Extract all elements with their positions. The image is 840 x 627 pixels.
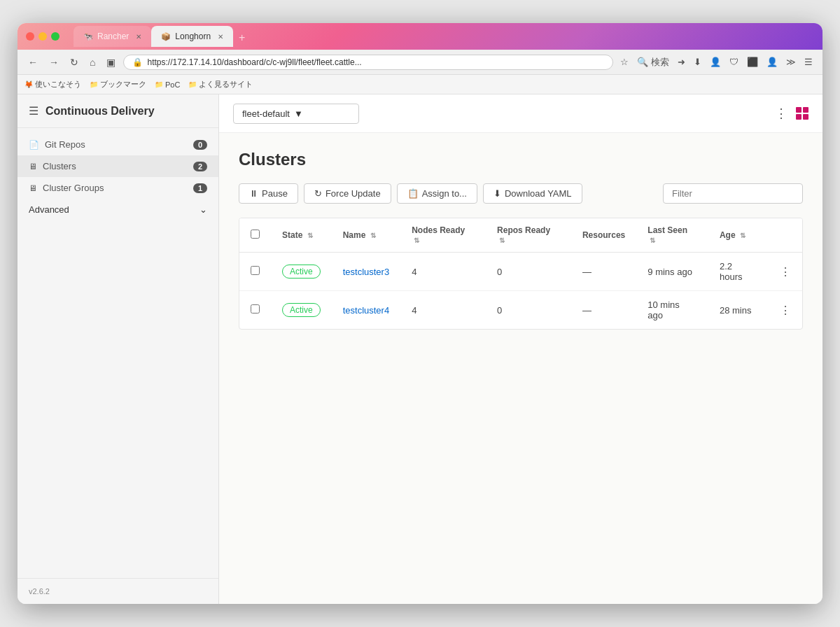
git-repos-badge: 0 [193, 140, 207, 150]
row-actions-cell-0: ⋮ [769, 253, 802, 291]
hamburger-icon[interactable]: ☰ [29, 104, 38, 118]
tabs-bar: 🐄 Rancher ✕ 📦 Longhorn ✕ + [71, 26, 822, 47]
age-col-header[interactable]: Age ⇅ [708, 218, 769, 253]
state-sort-icon: ⇅ [307, 232, 313, 239]
namespace-selector[interactable]: fleet-default ▼ [233, 104, 359, 124]
repos-ready-col-label: Repos Ready [497, 225, 550, 235]
sidebar-item-git-repos[interactable]: 📄 Git Repos 0 [18, 134, 218, 155]
namespace-label: fleet-default [242, 108, 290, 119]
row-checkbox-0[interactable] [251, 266, 260, 275]
cluster-link-1[interactable]: testcluster4 [343, 305, 389, 316]
bookmark-tsukai[interactable]: 🦊 使いこなそう [24, 79, 81, 90]
sidebar-item-cluster-groups[interactable]: 🖥 Cluster Groups 1 [18, 177, 218, 199]
assign-icon: 📋 [407, 188, 419, 199]
sidebar-item-clusters[interactable]: 🖥 Clusters 2 [18, 155, 218, 177]
nodes-ready-col-header[interactable]: Nodes Ready ⇅ [400, 218, 486, 253]
name-cell-0: testcluster3 [332, 253, 400, 291]
nodes-sort-icon: ⇅ [414, 237, 419, 244]
bookmark-yoku[interactable]: 📁 よく見るサイト [188, 79, 253, 90]
grid-cell-3 [796, 114, 802, 120]
git-repos-icon: 📄 [29, 140, 39, 150]
pause-button[interactable]: ⏸ Pause [239, 183, 298, 204]
state-col-label: State [282, 230, 302, 240]
longhorn-tab-label: Longhorn [175, 31, 211, 41]
state-col-header[interactable]: State ⇅ [271, 218, 332, 253]
more-icon[interactable]: ≫ [783, 55, 799, 69]
toolbar: ⏸ Pause ↻ Force Update 📋 Assign to... ⬇ … [239, 183, 803, 204]
git-repos-label: Git Repos [45, 139, 193, 150]
tab-longhorn[interactable]: 📦 Longhorn ✕ [151, 26, 233, 47]
title-bar: 🐄 Rancher ✕ 📦 Longhorn ✕ + [18, 23, 822, 50]
nodes-ready-col-label: Nodes Ready [412, 225, 465, 235]
longhorn-tab-close[interactable]: ✕ [218, 33, 223, 41]
last-seen-sort-icon: ⇅ [650, 237, 655, 244]
name-col-header[interactable]: Name ⇅ [332, 218, 400, 253]
advanced-section[interactable]: Advanced ⌄ [18, 199, 218, 220]
search-icon[interactable]: 🔍 検索 [634, 55, 672, 70]
address-bar[interactable]: 🔒 https://172.17.14.10/dashboard/c/c-wj9… [123, 55, 613, 70]
sidebar-nav: 📄 Git Repos 0 🖥 Clusters 2 🖥 Cluster Gro… [18, 128, 218, 578]
browser-window: 🐄 Rancher ✕ 📦 Longhorn ✕ + ← → ↻ ⌂ ▣ 🔒 h… [18, 23, 822, 604]
main-header-right: ⋮ [772, 103, 808, 124]
split-view-button[interactable]: ▣ [103, 55, 119, 70]
force-update-button[interactable]: ↻ Force Update [304, 183, 391, 204]
shield-icon[interactable]: 🛡 [727, 55, 741, 69]
bookmark-yoku-label: よく見るサイト [199, 79, 253, 90]
reload-button[interactable]: ↻ [66, 55, 82, 70]
bookmark-bookmarks[interactable]: 📁 ブックマーク [90, 79, 146, 90]
last-seen-col-header[interactable]: Last Seen ⇅ [636, 218, 708, 253]
age-sort-icon: ⇅ [740, 232, 746, 239]
table-container: State ⇅ Name ⇅ Nodes Ready ⇅ [239, 218, 803, 330]
minimize-button[interactable] [38, 32, 47, 41]
page-body: Clusters ⏸ Pause ↻ Force Update 📋 Assign… [219, 133, 822, 346]
assign-to-button[interactable]: 📋 Assign to... [397, 183, 477, 204]
chevron-down-icon: ⌄ [200, 204, 207, 215]
download-yaml-button[interactable]: ⬇ Download YAML [483, 183, 582, 204]
bookmark-poc[interactable]: 📁 PoC [155, 80, 180, 89]
window-controls [26, 32, 59, 41]
filter-input[interactable] [663, 183, 803, 204]
row-checkbox-1[interactable] [251, 304, 260, 314]
new-tab-button[interactable]: + [233, 29, 251, 47]
extensions-icon[interactable]: ⬛ [744, 55, 761, 69]
name-col-label: Name [343, 230, 366, 240]
row-checkbox-cell [239, 253, 271, 291]
row-actions-button-0[interactable]: ⋮ [780, 266, 791, 278]
rancher-tab-label: Rancher [97, 31, 129, 41]
maximize-button[interactable] [51, 32, 59, 41]
cluster-link-0[interactable]: testcluster3 [343, 267, 389, 277]
resources-col-label: Resources [582, 230, 625, 240]
bookmark-tsukai-label: 使いこなそう [35, 79, 81, 90]
menu-icon[interactable]: ☰ [802, 55, 816, 69]
app-layout: ☰ Continuous Delivery 📄 Git Repos 0 🖥 Cl… [18, 94, 822, 604]
cluster-groups-label: Cluster Groups [43, 183, 193, 193]
back-button[interactable]: ← [24, 55, 41, 70]
bookmark-star-icon[interactable]: ☆ [617, 55, 631, 69]
nav-arrow-icon[interactable]: ➜ [675, 55, 688, 69]
advanced-label: Advanced [29, 204, 69, 215]
main-header: fleet-default ▼ ⋮ [219, 94, 822, 133]
grid-view-button[interactable] [796, 107, 808, 120]
repos-ready-col-header[interactable]: Repos Ready ⇅ [486, 218, 571, 253]
select-all-checkbox[interactable] [251, 230, 260, 239]
last-seen-col-label: Last Seen [648, 225, 687, 235]
user-icon[interactable]: 👤 [764, 55, 780, 69]
row-actions-button-1[interactable]: ⋮ [780, 304, 791, 316]
kebab-menu-button[interactable]: ⋮ [772, 103, 790, 124]
profile-icon[interactable]: 👤 [707, 55, 724, 69]
forward-button[interactable]: → [46, 55, 62, 70]
page-title: Clusters [239, 150, 803, 169]
download-icon[interactable]: ⬇ [691, 55, 704, 69]
select-all-col [239, 218, 271, 253]
repos-ready-cell-1: 0 [486, 291, 571, 330]
bookmark-poc-label: PoC [165, 80, 180, 89]
close-button[interactable] [26, 32, 34, 41]
rancher-tab-close[interactable]: ✕ [136, 33, 141, 41]
nodes-ready-cell-1: 4 [400, 291, 486, 330]
tab-rancher[interactable]: 🐄 Rancher ✕ [74, 26, 151, 47]
version-text: v2.6.2 [29, 587, 50, 596]
home-button[interactable]: ⌂ [86, 55, 99, 70]
name-sort-icon: ⇅ [370, 232, 376, 239]
refresh-icon: ↻ [314, 188, 322, 199]
age-cell-0: 2.2 hours [708, 253, 769, 291]
